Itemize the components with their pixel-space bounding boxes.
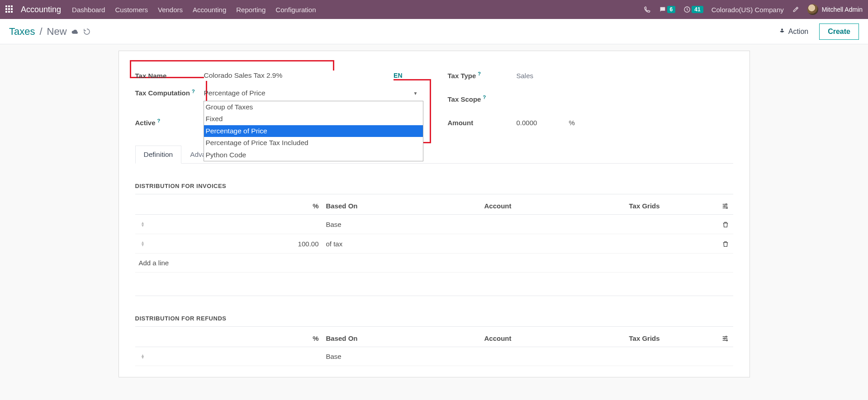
cell-grids[interactable] <box>626 347 718 366</box>
dist-refunds-table: % Based On Account Tax Grids Base <box>135 329 733 366</box>
col-pct[interactable]: % <box>151 197 323 215</box>
cell-pct[interactable] <box>151 347 323 366</box>
activities-badge: 41 <box>692 6 703 13</box>
messages-badge: 6 <box>667 6 676 13</box>
col-options[interactable] <box>718 329 733 347</box>
help-icon[interactable]: ? <box>483 94 486 100</box>
tax-computation-selected: Percentage of Price <box>204 89 266 97</box>
menu-dashboard[interactable]: Dashboard <box>72 6 105 14</box>
menu-accounting[interactable]: Accounting <box>193 6 226 14</box>
table-row[interactable]: Base <box>135 215 733 234</box>
dropdown-opt-python[interactable]: Python Code <box>204 149 423 161</box>
company-switcher[interactable]: Colorado(US) Company <box>711 6 784 14</box>
cell-account[interactable] <box>481 347 626 366</box>
menu-customers[interactable]: Customers <box>115 6 148 14</box>
cell-grids[interactable] <box>626 215 718 234</box>
delete-row-icon[interactable] <box>718 215 733 234</box>
discard-icon[interactable] <box>83 28 90 35</box>
help-icon[interactable]: ? <box>157 118 161 123</box>
tax-type-label: Tax Type? <box>448 72 517 80</box>
lang-chip[interactable]: EN <box>394 72 402 79</box>
dropdown-opt-group[interactable]: Group of Taxes <box>204 101 423 113</box>
breadcrumb-root[interactable]: Taxes <box>9 26 35 38</box>
cell-account[interactable] <box>481 215 626 234</box>
amount-value[interactable]: 0.0000 <box>517 119 537 127</box>
chevron-down-icon: ▼ <box>413 91 418 96</box>
apps-icon[interactable] <box>5 5 14 14</box>
user-menu[interactable]: Mitchell Admin <box>807 4 863 15</box>
tax-name-input[interactable] <box>204 71 394 81</box>
subbar-actions: Action Create <box>778 24 859 40</box>
col-grids[interactable]: Tax Grids <box>626 329 718 347</box>
field-tax-computation: Tax Computation? Percentage of Price ▼ G… <box>135 89 421 109</box>
tax-scope-value[interactable] <box>517 95 733 103</box>
drag-handle-icon[interactable] <box>135 234 151 254</box>
menu-configuration[interactable]: Configuration <box>275 6 316 14</box>
col-options[interactable] <box>718 197 733 215</box>
cloud-save-icon[interactable] <box>71 28 79 35</box>
cell-pct[interactable]: 100.00 <box>151 234 323 254</box>
col-handle <box>135 329 151 347</box>
table-row[interactable]: Base <box>135 347 733 366</box>
svg-point-1 <box>781 31 783 33</box>
scroll-area[interactable]: Tax Name EN Tax Type? Sales <box>0 44 868 400</box>
spacer-row <box>135 273 733 296</box>
tab-definition[interactable]: Definition <box>135 146 182 164</box>
drag-handle-icon[interactable] <box>135 215 151 234</box>
delete-row-icon[interactable] <box>718 347 733 366</box>
dropdown-opt-percentage-incl[interactable]: Percentage of Price Tax Included <box>204 137 423 149</box>
field-tax-name: Tax Name EN <box>135 66 421 85</box>
col-pct[interactable]: % <box>151 329 323 347</box>
cell-basedon[interactable]: of tax <box>323 234 481 254</box>
tax-computation-select[interactable]: Percentage of Price ▼ <box>204 89 421 97</box>
cell-pct[interactable] <box>151 215 323 234</box>
col-handle <box>135 197 151 215</box>
tax-computation-label: Tax Computation? <box>135 89 204 97</box>
topbar: Accounting Dashboard Customers Vendors A… <box>0 0 868 19</box>
col-basedon[interactable]: Based On <box>323 197 481 215</box>
help-icon[interactable]: ? <box>478 71 481 76</box>
cell-basedon[interactable]: Base <box>323 215 481 234</box>
add-line-button[interactable]: Add a line <box>135 254 733 273</box>
help-icon[interactable]: ? <box>192 89 195 94</box>
cell-grids[interactable] <box>626 234 718 254</box>
col-grids[interactable]: Tax Grids <box>626 197 718 215</box>
cell-basedon[interactable]: Base <box>323 347 481 366</box>
amount-label: Amount <box>448 119 517 127</box>
breadcrumb-current: New <box>47 26 67 38</box>
messages-icon[interactable]: 6 <box>659 6 676 13</box>
tax-scope-label: Tax Scope? <box>448 95 517 103</box>
col-account[interactable]: Account <box>481 329 626 347</box>
drag-handle-icon[interactable] <box>135 347 151 366</box>
sliders-icon <box>721 202 729 209</box>
app-name[interactable]: Accounting <box>21 5 61 14</box>
add-line-row: Add a line <box>135 254 733 273</box>
main-menu: Dashboard Customers Vendors Accounting R… <box>72 6 316 14</box>
col-basedon[interactable]: Based On <box>323 329 481 347</box>
col-account[interactable]: Account <box>481 197 626 215</box>
form-card: Tax Name EN Tax Type? Sales <box>119 51 750 377</box>
dropdown-opt-fixed[interactable]: Fixed <box>204 113 423 125</box>
field-tax-type: Tax Type? Sales <box>448 66 733 85</box>
dropdown-opt-percentage[interactable]: Percentage of Price <box>204 125 423 137</box>
dist-invoices-table: % Based On Account Tax Grids Base <box>135 197 733 296</box>
phone-icon[interactable] <box>644 6 651 13</box>
action-dropdown[interactable]: Action <box>778 28 808 36</box>
section-invoices-title: DISTRIBUTION FOR INVOICES <box>135 178 733 194</box>
tax-name-label: Tax Name <box>135 72 204 80</box>
section-refunds-title: DISTRIBUTION FOR REFUNDS <box>135 311 733 327</box>
tools-icon[interactable] <box>792 6 799 13</box>
amount-unit: % <box>569 119 574 127</box>
delete-row-icon[interactable] <box>718 234 733 254</box>
create-button[interactable]: Create <box>819 24 859 40</box>
activities-icon[interactable]: 41 <box>683 6 703 13</box>
tax-type-value[interactable]: Sales <box>517 72 733 80</box>
menu-vendors[interactable]: Vendors <box>158 6 183 14</box>
cell-account[interactable] <box>481 234 626 254</box>
svg-point-5 <box>726 336 727 338</box>
field-amount: Amount 0.0000 % <box>448 113 733 132</box>
avatar <box>807 4 818 15</box>
sliders-icon <box>721 334 729 342</box>
menu-reporting[interactable]: Reporting <box>236 6 266 14</box>
table-row[interactable]: 100.00 of tax <box>135 234 733 254</box>
